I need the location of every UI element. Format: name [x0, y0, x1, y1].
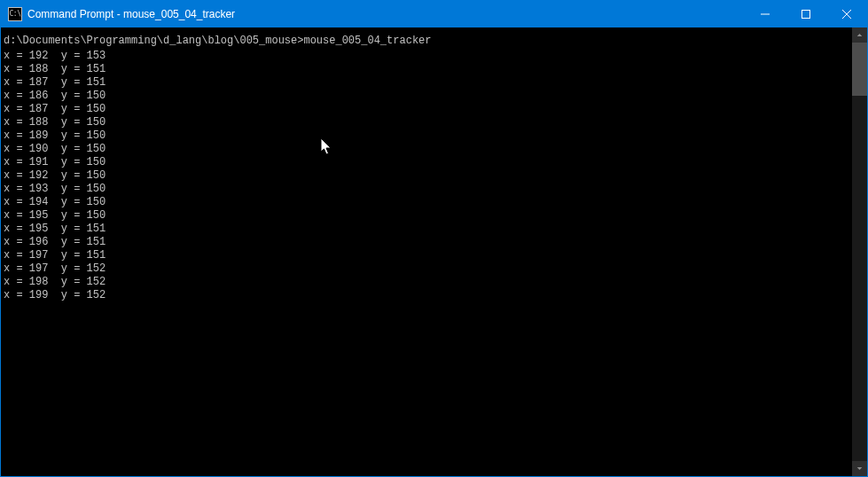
output-line: x = 186 y = 150 [4, 90, 852, 103]
output-line: x = 191 y = 150 [4, 156, 852, 169]
output-line: x = 194 y = 150 [4, 196, 852, 209]
output-line: x = 197 y = 152 [4, 262, 852, 276]
svg-rect-1 [802, 11, 810, 19]
maximize-icon [802, 10, 810, 19]
chevron-up-icon [856, 32, 863, 38]
scroll-down-button[interactable] [852, 461, 867, 476]
titlebar[interactable]: C:\ Command Prompt - mouse_005_04_tracke… [1, 1, 867, 27]
chevron-down-icon [856, 465, 863, 472]
app-icon-text: C:\ [10, 11, 21, 18]
maximize-button[interactable] [786, 1, 826, 27]
close-icon [842, 10, 851, 19]
window-controls [745, 1, 867, 27]
client-area: d:\Documents\Programming\d_lang\blog\005… [1, 27, 867, 476]
output-line: x = 195 y = 151 [4, 223, 852, 236]
output-line: x = 190 y = 150 [4, 143, 852, 156]
command-prompt-window: C:\ Command Prompt - mouse_005_04_tracke… [0, 0, 868, 477]
output-line: x = 192 y = 153 [4, 50, 852, 63]
output-line: x = 196 y = 151 [4, 236, 852, 249]
window-title: Command Prompt - mouse_005_04_tracker [27, 8, 745, 20]
output-line: x = 192 y = 150 [4, 169, 852, 183]
output-line: x = 189 y = 150 [4, 129, 852, 143]
output-line: x = 188 y = 151 [4, 63, 852, 76]
output-line: x = 197 y = 151 [4, 249, 852, 262]
scroll-up-button[interactable] [852, 27, 867, 43]
scroll-thumb[interactable] [852, 43, 867, 96]
prompt-line: d:\Documents\Programming\d_lang\blog\005… [4, 35, 852, 48]
output-line: x = 188 y = 150 [4, 116, 852, 129]
vertical-scrollbar[interactable] [852, 27, 867, 476]
minimize-button[interactable] [745, 1, 786, 27]
close-button[interactable] [826, 1, 867, 27]
output-line: x = 199 y = 152 [4, 289, 852, 302]
output-line: x = 193 y = 150 [4, 183, 852, 196]
app-icon: C:\ [8, 7, 22, 21]
output-line: x = 198 y = 152 [4, 276, 852, 289]
minimize-icon [761, 10, 770, 19]
output-line: x = 195 y = 150 [4, 209, 852, 223]
output-line: x = 187 y = 150 [4, 103, 852, 116]
console-output[interactable]: d:\Documents\Programming\d_lang\blog\005… [1, 27, 852, 476]
output-line: x = 187 y = 151 [4, 76, 852, 90]
